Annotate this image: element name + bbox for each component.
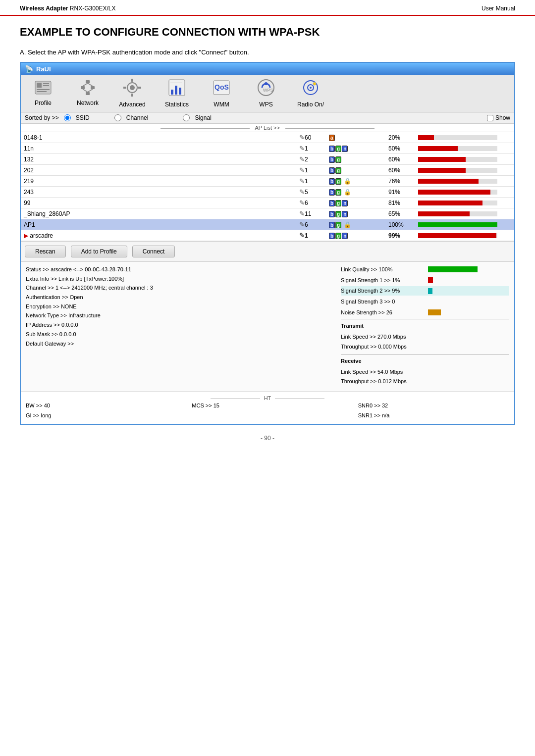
- svg-rect-4: [37, 89, 50, 90]
- svg-rect-3: [43, 85, 49, 86]
- ap-bar-2: [415, 154, 514, 165]
- ap-signal-0: 20%: [385, 132, 415, 143]
- ap-name-9: ▶ arscadre: [21, 230, 296, 241]
- signal2-bar: [428, 288, 432, 294]
- toolbar-profile[interactable]: Profile: [21, 78, 65, 108]
- ap-channel-2: ✎2: [296, 154, 326, 165]
- ap-channel-1: ✎1: [296, 143, 326, 154]
- radio-label: Radio On/: [297, 101, 324, 108]
- signal3-label: Signal Strength 3 >> 0: [341, 297, 425, 306]
- ssid-sort-label: SSID: [76, 114, 90, 121]
- subtitle: A. Select the AP with WPA-PSK authentica…: [20, 49, 515, 56]
- signal-meters: Link Quality >> 100% Signal Strength 1 >…: [341, 265, 509, 317]
- signal3-row: Signal Strength 3 >> 0: [341, 297, 509, 306]
- svg-rect-21: [171, 90, 173, 95]
- svg-rect-24: [170, 83, 182, 83]
- svg-rect-5: [37, 91, 47, 92]
- connect-button[interactable]: Connect: [132, 246, 175, 257]
- ap-name-0: 0148-1: [21, 132, 296, 143]
- svg-rect-7: [81, 86, 85, 89]
- sort-channel-radio[interactable]: [114, 114, 121, 121]
- toolbar-advanced[interactable]: Advanced: [110, 77, 155, 110]
- profile-icon: [34, 80, 52, 99]
- receive-label: Receive: [341, 356, 509, 366]
- svg-rect-18: [123, 87, 126, 89]
- ap-modes-4: bg 🔒: [326, 176, 385, 187]
- ap-table: 0148-1✎60a20%11n✎1bgn50%132✎2bg60%202✎1b…: [21, 132, 514, 241]
- toolbar-radio[interactable]: Radio On/: [288, 77, 333, 110]
- wps-icon: WPS: [257, 79, 275, 100]
- ap-channel-0: ✎60: [296, 132, 326, 143]
- ap-name-4: 219: [21, 176, 296, 187]
- toolbar-wmm[interactable]: QoS WMM: [199, 77, 244, 110]
- ap-modes-2: bg: [326, 154, 385, 165]
- toolbar-wps[interactable]: WPS WPS: [244, 77, 288, 110]
- signal1-label: Signal Strength 1 >> 1%: [341, 276, 425, 285]
- signal2-label: Signal Strength 2 >> 9%: [341, 286, 425, 296]
- raui-title: RaUI: [36, 65, 51, 73]
- link-quality-label: Link Quality >> 100%: [341, 265, 425, 274]
- product-model: RNX-G300EX/LX: [70, 5, 116, 12]
- ap-name-1: 11n: [21, 143, 296, 154]
- svg-line-10: [88, 83, 93, 86]
- toolbar-network[interactable]: Network: [65, 78, 110, 108]
- sort-ssid-radio[interactable]: [64, 114, 71, 121]
- show-checkbox[interactable]: [487, 115, 493, 121]
- ap-name-5: 243: [21, 187, 296, 198]
- ap-channel-3: ✎1: [296, 165, 326, 176]
- ap-bar-1: [415, 143, 514, 154]
- ap-channel-6: ✎6: [296, 198, 326, 208]
- ap-modes-3: bg: [326, 165, 385, 176]
- ap-name-7: _Shiang_2860AP: [21, 208, 296, 219]
- receive-link-speed: Link Speed >> 54.0 Mbps: [341, 367, 509, 377]
- add-to-profile-button[interactable]: Add to Profile: [71, 246, 127, 257]
- ap-name-2: 132: [21, 154, 296, 165]
- transmit-label: Transmit: [341, 321, 509, 331]
- ap-name-3: 202: [21, 165, 296, 176]
- ap-modes-1: bgn: [326, 143, 385, 154]
- ap-modes-6: bgn: [326, 198, 385, 208]
- page-content: EXAMPLE TO CONFIGURE CONNECTION WITH WPA…: [0, 26, 535, 425]
- ap-signal-4: 76%: [385, 176, 415, 187]
- ap-name-8: AP1: [21, 219, 296, 230]
- svg-rect-8: [91, 86, 95, 89]
- ap-channel-4: ✎1: [296, 176, 326, 187]
- encryption: Encryption >> NONE: [26, 302, 331, 311]
- ht-snr1: SNR1 >> n/a: [358, 411, 509, 421]
- svg-point-33: [313, 82, 316, 85]
- noise-bar: [428, 309, 441, 315]
- toolbar-statistics[interactable]: Statistics: [155, 77, 199, 110]
- ap-signal-7: 65%: [385, 208, 415, 219]
- authentication: Authentication >> Open: [26, 293, 331, 302]
- wmm-label: WMM: [214, 101, 229, 108]
- ht-col2: MCS >> 15: [192, 401, 343, 421]
- svg-text:WPS: WPS: [263, 88, 273, 93]
- page-number: - 90 -: [261, 435, 274, 442]
- status-right: Link Quality >> 100% Signal Strength 1 >…: [336, 262, 514, 392]
- ap-signal-3: 60%: [385, 165, 415, 176]
- svg-rect-1: [37, 83, 42, 88]
- svg-line-9: [83, 83, 88, 86]
- header-left: Wireless Adapter RNX-G300EX/LX: [20, 5, 116, 12]
- ap-signal-2: 60%: [385, 154, 415, 165]
- manual-label: User Manual: [482, 5, 515, 12]
- ap-channel-7: ✎11: [296, 208, 326, 219]
- svg-line-13: [88, 89, 93, 92]
- receive-throughput: Throughput >> 0.012 Mbps: [341, 377, 509, 387]
- svg-rect-2: [43, 83, 49, 84]
- network-type: Network Type >> Infrastructure: [26, 311, 331, 320]
- ap-name-6: 99: [21, 198, 296, 208]
- raui-icon: 📡: [25, 65, 33, 73]
- signal1-row: Signal Strength 1 >> 1%: [341, 276, 509, 285]
- rescan-button[interactable]: Rescan: [25, 246, 66, 257]
- sort-signal-radio[interactable]: [183, 114, 190, 121]
- ap-bar-9: [415, 230, 514, 241]
- ap-modes-0: a: [326, 132, 385, 143]
- svg-point-15: [130, 85, 135, 90]
- link-quality-bar: [428, 266, 478, 272]
- advanced-label: Advanced: [119, 101, 145, 108]
- network-label: Network: [77, 100, 99, 106]
- svg-line-12: [83, 89, 88, 92]
- ht-col3: SNR0 >> 32 SNR1 >> n/a: [358, 401, 509, 421]
- show-toggle[interactable]: Show: [487, 114, 510, 121]
